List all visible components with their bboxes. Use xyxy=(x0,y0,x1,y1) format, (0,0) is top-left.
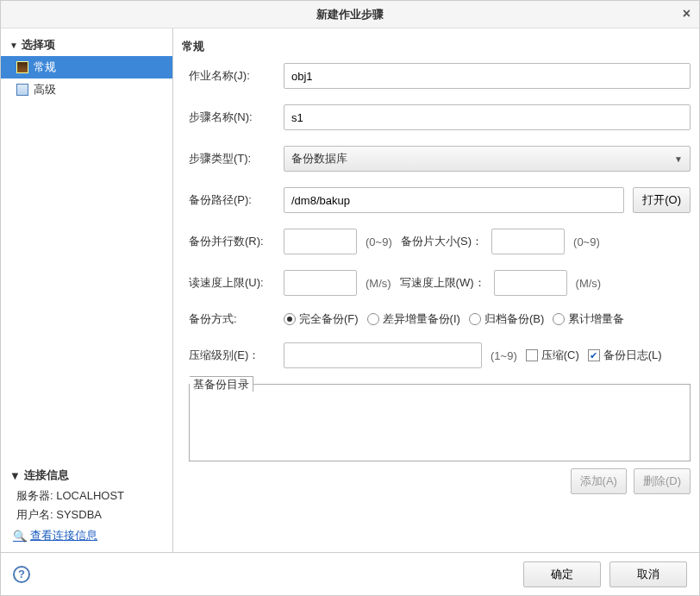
step-name-input[interactable] xyxy=(284,104,691,130)
read-speed-label: 读速度上限(U): xyxy=(189,275,275,291)
section-title: 常规 xyxy=(182,35,691,63)
radio-icon xyxy=(553,313,565,325)
add-button[interactable]: 添加(A) xyxy=(571,468,627,494)
job-name-label: 作业名称(J): xyxy=(189,68,275,84)
step-type-label: 步骤类型(T): xyxy=(189,151,275,166)
document-icon xyxy=(16,61,28,73)
chevron-down-icon: ▼ xyxy=(674,154,683,164)
write-speed-input[interactable] xyxy=(494,270,567,296)
compress-level-label: 压缩级别(E)： xyxy=(189,348,275,363)
user-row: 用户名: SYSDBA xyxy=(1,505,172,524)
titlebar: 新建作业步骤 × xyxy=(1,1,699,28)
sidebar-item-label: 高级 xyxy=(34,82,56,97)
checkbox-icon xyxy=(526,349,538,361)
search-icon: 🔍 xyxy=(13,530,27,543)
backup-path-label: 备份路径(P): xyxy=(189,192,275,208)
radio-icon xyxy=(284,313,296,325)
mode-arch-radio[interactable]: 归档备份(B) xyxy=(469,311,544,327)
help-icon[interactable]: ? xyxy=(13,566,30,583)
cancel-button[interactable]: 取消 xyxy=(609,561,687,587)
piece-size-hint: (0~9) xyxy=(573,235,600,248)
backup-log-check[interactable]: 备份日志(L) xyxy=(588,348,662,363)
server-row: 服务器: LOCALHOST xyxy=(1,486,172,505)
base-backup-dir-label: 基备份目录 xyxy=(190,376,253,392)
open-button[interactable]: 打开(O) xyxy=(633,187,691,213)
checkbox-icon xyxy=(588,349,600,361)
radio-icon xyxy=(469,313,481,325)
sidebar-item-label: 常规 xyxy=(34,60,56,75)
sidebar-options-header: ▼ 选择项 xyxy=(1,34,172,56)
radio-icon xyxy=(367,313,379,325)
chevron-down-icon: ▼ xyxy=(9,469,21,482)
backup-mode-label: 备份方式: xyxy=(189,311,275,327)
compress-level-hint: (1~9) xyxy=(491,349,517,362)
job-name-input[interactable] xyxy=(284,63,691,89)
mode-diff-radio[interactable]: 差异增量备份(I) xyxy=(367,311,460,327)
base-backup-dir-box: 基备份目录 xyxy=(189,384,691,461)
sidebar-item-general[interactable]: 常规 xyxy=(1,56,172,78)
delete-button[interactable]: 删除(D) xyxy=(634,468,691,494)
document-icon xyxy=(16,84,28,96)
parallel-input[interactable] xyxy=(284,229,357,254)
parallel-hint: (0~9) xyxy=(366,235,392,248)
ok-button[interactable]: 确定 xyxy=(523,561,601,587)
read-speed-hint: (M/s) xyxy=(366,277,391,290)
view-connection-link[interactable]: 🔍 查看连接信息 xyxy=(1,524,172,547)
chevron-down-icon: ▼ xyxy=(9,41,18,50)
close-icon[interactable]: × xyxy=(683,6,691,22)
parallel-label: 备份并行数(R): xyxy=(189,234,275,249)
piece-size-input[interactable] xyxy=(491,229,565,254)
compress-check[interactable]: 压缩(C) xyxy=(526,348,579,363)
step-type-select[interactable]: 备份数据库 ▼ xyxy=(284,146,691,172)
mode-full-radio[interactable]: 完全备份(F) xyxy=(284,311,359,327)
write-speed-label: 写速度上限(W)： xyxy=(400,275,485,291)
dialog-title: 新建作业步骤 xyxy=(316,7,384,22)
backup-path-input[interactable] xyxy=(284,187,624,213)
write-speed-hint: (M/s) xyxy=(576,277,602,290)
sidebar-connection-header: ▼ 连接信息 xyxy=(1,463,172,486)
sidebar-item-advanced[interactable]: 高级 xyxy=(1,78,172,101)
piece-size-label: 备份片大小(S)： xyxy=(401,234,483,249)
read-speed-input[interactable] xyxy=(284,270,357,296)
mode-cumu-radio[interactable]: 累计增量备 xyxy=(553,311,624,327)
step-name-label: 步骤名称(N): xyxy=(189,110,275,125)
compress-level-input[interactable] xyxy=(284,342,482,368)
